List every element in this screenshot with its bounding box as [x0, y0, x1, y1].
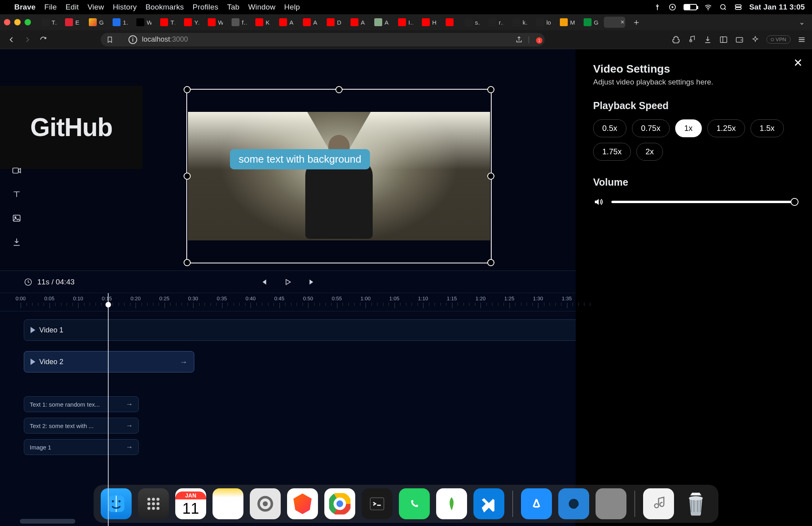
wifi-icon[interactable]	[704, 3, 712, 11]
play-status-icon[interactable]	[668, 3, 676, 11]
dock-appstore[interactable]	[521, 488, 552, 519]
resize-handle-sw[interactable]	[184, 259, 191, 266]
window-close-icon[interactable]	[4, 19, 10, 25]
reload-button[interactable]	[37, 34, 49, 46]
menu-bookmarks[interactable]: Bookmarks	[146, 3, 184, 12]
video-tool-icon[interactable]	[10, 164, 23, 177]
browser-tab[interactable]: Hi	[419, 17, 440, 28]
volume-slider[interactable]	[611, 201, 795, 203]
dock-music-file[interactable]	[643, 488, 674, 519]
dock-calendar[interactable]: JAN11	[175, 488, 206, 519]
window-zoom-icon[interactable]	[25, 19, 31, 25]
volume-icon[interactable]	[593, 197, 603, 207]
browser-tab[interactable]: riz	[485, 17, 507, 28]
dock-chrome[interactable]	[324, 488, 355, 519]
selection-box[interactable]	[186, 89, 492, 263]
text-tool-icon[interactable]	[10, 188, 23, 201]
play-button[interactable]	[282, 276, 293, 288]
timeline-scrollbar[interactable]	[20, 519, 75, 524]
menu-history[interactable]: History	[113, 3, 137, 12]
browser-tab[interactable]: lo	[533, 17, 554, 28]
browser-tab[interactable]: As	[347, 17, 369, 28]
resize-handle-n[interactable]	[335, 86, 343, 93]
hamburger-menu-icon[interactable]	[797, 35, 806, 44]
playhead[interactable]	[108, 293, 109, 526]
sparkle-icon[interactable]	[751, 35, 760, 44]
music-icon[interactable]	[687, 35, 697, 44]
dock-terminal[interactable]	[362, 488, 393, 519]
spotlight-icon[interactable]	[719, 3, 727, 11]
dock-whatsapp[interactable]	[399, 488, 430, 519]
menu-view[interactable]: View	[88, 3, 104, 12]
forward-button[interactable]	[21, 34, 33, 46]
speed-pill[interactable]: 1x	[675, 119, 702, 137]
dock-trash[interactable]	[680, 488, 711, 519]
speed-pill[interactable]: 0.5x	[593, 119, 626, 137]
downloads-icon[interactable]	[703, 35, 712, 44]
browser-tab[interactable]: EC	[62, 17, 83, 28]
bookmark-icon[interactable]	[106, 36, 113, 43]
skip-forward-button[interactable]	[307, 276, 318, 288]
vpn-button[interactable]: VPN	[766, 35, 791, 44]
menu-tab[interactable]: Tab	[227, 3, 239, 12]
control-center-icon[interactable]	[734, 3, 742, 11]
dock-notes[interactable]	[213, 488, 243, 519]
battery-icon[interactable]	[684, 4, 697, 10]
menu-file[interactable]: File	[44, 3, 57, 12]
resize-handle-nw[interactable]	[184, 86, 191, 93]
browser-tab[interactable]: Ty	[38, 17, 59, 28]
canvas[interactable]: some text with background	[186, 89, 492, 263]
clip-video-2[interactable]: Video 2 →	[24, 351, 194, 372]
volume-thumb[interactable]	[791, 198, 799, 206]
tab-close-icon[interactable]: ×	[620, 19, 624, 26]
browser-tab[interactable]: M	[557, 17, 578, 28]
menu-window[interactable]: Window	[248, 3, 276, 12]
skip-back-button[interactable]	[258, 276, 269, 288]
dock-system-settings[interactable]	[250, 488, 281, 519]
browser-tab[interactable]: fro	[228, 17, 250, 28]
browser-tab[interactable]: AI	[300, 17, 321, 28]
dock-finder[interactable]	[101, 488, 132, 519]
browser-tab[interactable]: 12	[109, 17, 131, 28]
address-bar[interactable]: i localhost:3000 | 1	[101, 33, 545, 46]
extensions-icon[interactable]	[671, 35, 681, 44]
dock-quicktime[interactable]	[558, 488, 589, 519]
clip-text-2[interactable]: Text 2: some text with ... →	[24, 418, 139, 434]
wallet-icon[interactable]	[735, 35, 744, 44]
image-tool-icon[interactable]	[10, 212, 23, 225]
sidebar-icon[interactable]	[719, 35, 728, 44]
browser-tab[interactable]: W	[205, 17, 226, 28]
window-minimize-icon[interactable]	[14, 19, 21, 25]
speed-pill[interactable]: 0.75x	[632, 119, 670, 137]
browser-tab[interactable]: sa	[462, 17, 483, 28]
dock-launchpad[interactable]	[138, 488, 169, 519]
speed-pill[interactable]: 1.25x	[707, 119, 745, 137]
speed-pill[interactable]: 2x	[636, 143, 663, 161]
resize-handle-ne[interactable]	[487, 86, 494, 93]
resize-handle-e[interactable]	[487, 173, 494, 180]
browser-tab[interactable]: Isl	[395, 17, 416, 28]
site-info-icon[interactable]: i	[128, 35, 137, 44]
speed-pill[interactable]: 1.75x	[593, 143, 631, 161]
clip-text-1[interactable]: Text 1: some random tex... →	[24, 396, 139, 412]
close-panel-icon[interactable]: ✕	[793, 56, 802, 69]
dock-mongodb[interactable]	[436, 488, 467, 519]
browser-tab[interactable]: ×	[604, 17, 625, 28]
raycast-icon[interactable]	[653, 3, 661, 11]
dock-brave[interactable]	[287, 488, 318, 519]
browser-tab[interactable]: Yo	[181, 17, 202, 28]
share-icon[interactable]	[515, 36, 523, 44]
menu-help[interactable]: Help	[284, 3, 300, 12]
export-tool-icon[interactable]	[10, 236, 23, 248]
browser-tab[interactable]: AI	[276, 17, 297, 28]
browser-tab[interactable]: Th	[157, 17, 178, 28]
browser-tab[interactable]	[442, 17, 459, 28]
clip-image-1[interactable]: Image 1 →	[24, 439, 139, 455]
app-name[interactable]: Brave	[14, 3, 36, 12]
browser-tab[interactable]: G	[580, 17, 602, 28]
new-tab-button[interactable]: ＋	[631, 17, 642, 28]
menu-profiles[interactable]: Profiles	[193, 3, 218, 12]
browser-tab[interactable]: W	[133, 17, 155, 28]
browser-tab[interactable]: Ka	[252, 17, 274, 28]
resize-handle-w[interactable]	[184, 173, 191, 180]
